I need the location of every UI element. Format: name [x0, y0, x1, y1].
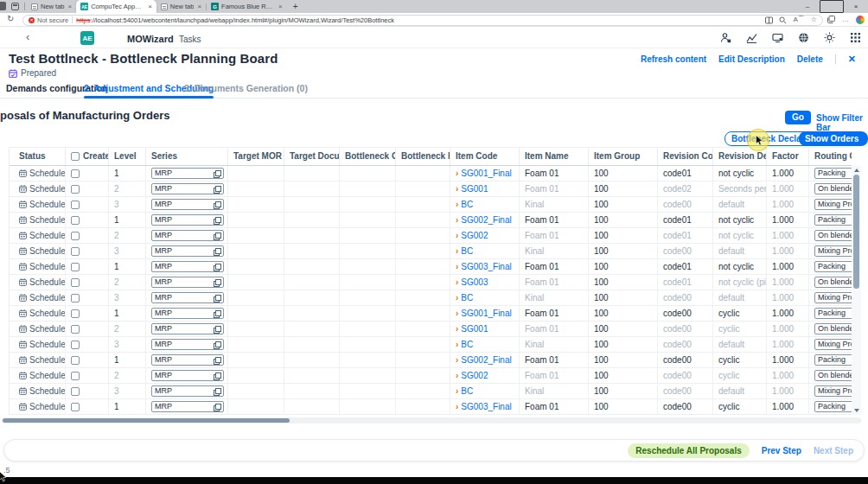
- expand-chevron-icon[interactable]: ›: [456, 368, 458, 383]
- item-code-link[interactable]: SG001: [461, 322, 488, 336]
- app-finder-grid-icon[interactable]: [850, 32, 861, 43]
- value-help-copy-icon[interactable]: [214, 373, 220, 379]
- show-orders-graph-button[interactable]: Show Orders Graph: [799, 131, 868, 146]
- value-help-copy-icon[interactable]: [214, 295, 220, 302]
- item-code-link[interactable]: BC: [461, 337, 473, 352]
- value-help-copy-icon[interactable]: [214, 201, 220, 208]
- expand-chevron-icon[interactable]: ›: [456, 197, 458, 212]
- close-page-button[interactable]: ✕: [848, 54, 856, 65]
- browser-tab[interactable]: AECompuTec AppEngine×: [76, 0, 156, 13]
- profile-avatar[interactable]: [856, 16, 865, 24]
- column-header-target-document[interactable]: Target Document: [284, 148, 340, 165]
- reload-icon[interactable]: ↻: [7, 14, 14, 23]
- column-header-item-group[interactable]: Item Group: [589, 148, 658, 165]
- series-input[interactable]: MRP: [151, 230, 224, 241]
- reschedule-all-proposals-button[interactable]: Reschedule All Proposals: [628, 443, 749, 458]
- app-context[interactable]: Tasks: [179, 35, 201, 44]
- go-button[interactable]: Go: [785, 111, 811, 124]
- series-input[interactable]: MRP: [151, 292, 224, 303]
- read-aloud-icon[interactable]: A⌒: [793, 16, 804, 23]
- new-tab-button[interactable]: +: [287, 2, 304, 11]
- series-input[interactable]: MRP: [151, 354, 224, 366]
- expand-chevron-icon[interactable]: ›: [456, 399, 458, 414]
- series-input[interactable]: MRP: [151, 323, 224, 334]
- tab-actions-icon[interactable]: [11, 3, 19, 10]
- value-help-copy-icon[interactable]: [214, 404, 220, 411]
- expand-chevron-icon[interactable]: ›: [456, 306, 458, 321]
- favorites-star-icon[interactable]: ☆: [811, 16, 817, 23]
- value-help-copy-icon[interactable]: [214, 310, 220, 317]
- search-icon[interactable]: [779, 16, 787, 24]
- select-all-checkbox[interactable]: [71, 152, 80, 161]
- close-tab-icon[interactable]: ×: [68, 3, 73, 10]
- routing-code-input[interactable]: On blenders: [814, 183, 852, 194]
- expand-chevron-icon[interactable]: ›: [456, 322, 458, 336]
- series-input[interactable]: MRP: [151, 168, 224, 179]
- create-checkbox[interactable]: [71, 232, 80, 240]
- create-checkbox[interactable]: [71, 185, 80, 194]
- next-step-button[interactable]: Next Step: [814, 446, 853, 455]
- value-help-copy-icon[interactable]: [214, 186, 220, 193]
- routing-code-input[interactable]: On blenders: [814, 370, 852, 381]
- item-code-link[interactable]: SG003_Final: [461, 399, 511, 414]
- routing-code-input[interactable]: Packing: [814, 214, 852, 226]
- create-checkbox[interactable]: [71, 309, 80, 318]
- scroll-down-arrow[interactable]: [854, 409, 859, 412]
- create-checkbox[interactable]: [71, 341, 80, 349]
- address-bar[interactable]: ✕ Not secure https ://localhost:54001/we…: [22, 15, 823, 26]
- create-checkbox[interactable]: [71, 169, 80, 178]
- series-input[interactable]: MRP: [151, 261, 224, 272]
- column-header-bottleneck-res[interactable]: Bottleneck Res...: [396, 148, 450, 165]
- expand-chevron-icon[interactable]: ›: [456, 337, 458, 352]
- series-input[interactable]: MRP: [151, 245, 224, 257]
- horizontal-scroll-thumb[interactable]: [3, 418, 290, 423]
- routing-code-input[interactable]: Mixing Process: [814, 199, 852, 210]
- restore-button[interactable]: [820, 0, 844, 13]
- item-code-link[interactable]: SG002: [461, 228, 488, 243]
- expand-chevron-icon[interactable]: ›: [456, 353, 458, 367]
- series-input[interactable]: MRP: [151, 370, 224, 381]
- create-checkbox[interactable]: [71, 278, 80, 287]
- column-header-routing-code[interactable]: Routing Code: [809, 148, 852, 165]
- column-header-revision-code[interactable]: Revision Code: [658, 148, 713, 165]
- series-input[interactable]: MRP: [151, 199, 224, 210]
- item-code-link[interactable]: BC: [461, 290, 473, 305]
- create-checkbox[interactable]: [71, 372, 80, 380]
- create-checkbox[interactable]: [71, 263, 80, 271]
- back-button[interactable]: ‹: [26, 30, 29, 43]
- analytics-icon[interactable]: [746, 32, 757, 43]
- column-header-status[interactable]: Status: [10, 148, 66, 165]
- item-code-link[interactable]: SG001: [461, 182, 488, 196]
- column-header-item-code[interactable]: Item Code: [450, 148, 520, 165]
- scroll-up-arrow[interactable]: [854, 169, 859, 172]
- routing-code-input[interactable]: On blenders: [814, 277, 852, 288]
- column-header-level[interactable]: Level: [109, 148, 146, 165]
- create-checkbox[interactable]: [71, 325, 80, 334]
- browser-tab[interactable]: New tab×: [156, 0, 206, 13]
- vertical-scroll-thumb[interactable]: [853, 175, 859, 289]
- refresh-content-link[interactable]: Refresh content: [641, 54, 706, 64]
- create-checkbox[interactable]: [71, 247, 80, 256]
- column-header-series[interactable]: Series: [146, 148, 228, 165]
- routing-code-input[interactable]: On blenders: [814, 323, 852, 334]
- item-code-link[interactable]: SG003_Final: [461, 259, 511, 274]
- expand-chevron-icon[interactable]: ›: [456, 384, 458, 398]
- expand-chevron-icon[interactable]: ›: [456, 166, 458, 181]
- item-code-link[interactable]: BC: [461, 244, 473, 258]
- browser-tab[interactable]: GFamous Blue Raincoat Lyrics-Lac×: [207, 0, 287, 13]
- expand-chevron-icon[interactable]: ›: [456, 244, 458, 258]
- routing-code-input[interactable]: Mixing Process: [814, 385, 852, 397]
- show-filter-bar-link[interactable]: Show Filter Bar: [816, 113, 868, 132]
- devices-icon[interactable]: [772, 32, 783, 43]
- value-help-copy-icon[interactable]: [214, 217, 220, 224]
- series-input[interactable]: MRP: [151, 214, 224, 226]
- workspace-icon[interactable]: [0, 2, 6, 10]
- column-header-target-mor-no[interactable]: Target MOR No.: [228, 148, 284, 165]
- column-header-factor[interactable]: Factor: [767, 148, 809, 165]
- item-code-link[interactable]: SG001_Final: [461, 306, 511, 321]
- expand-chevron-icon[interactable]: ›: [456, 290, 458, 305]
- value-help-copy-icon[interactable]: [214, 341, 220, 348]
- routing-code-input[interactable]: Mixing Process: [814, 339, 852, 350]
- app-logo[interactable]: AE: [80, 31, 94, 45]
- create-checkbox[interactable]: [71, 403, 80, 411]
